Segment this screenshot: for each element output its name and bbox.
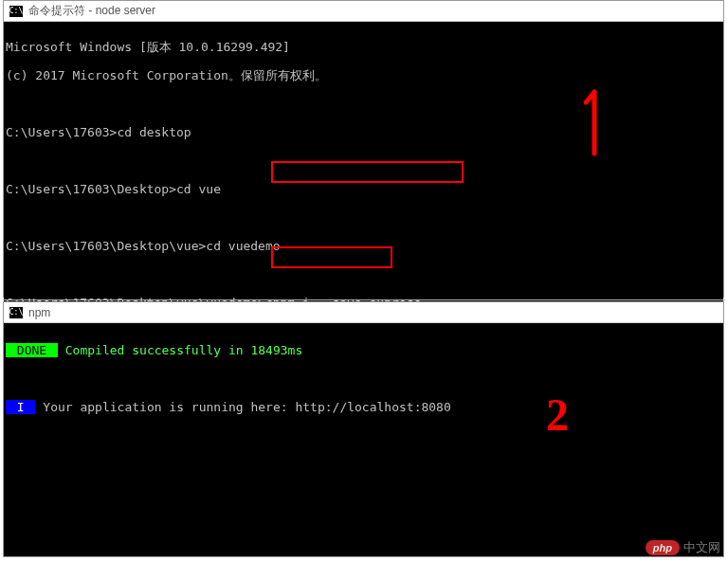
command: cd vuedemo xyxy=(206,239,280,253)
titlebar-2[interactable]: C:\ npm xyxy=(4,302,723,323)
done-msg: Compiled successfully in 18493ms xyxy=(58,343,302,357)
watermark-text: 中文网 xyxy=(683,539,720,556)
command: cd desktop xyxy=(117,125,191,139)
window-title-2: npm xyxy=(28,306,50,319)
php-logo: php xyxy=(646,540,680,555)
terminal-window-1: C:\ 命令提示符 - node server Microsoft Window… xyxy=(3,0,724,298)
prompt: C:\Users\17603\Desktop\vue> xyxy=(6,239,206,253)
term-line xyxy=(6,154,721,168)
watermark: php 中文网 xyxy=(646,539,720,556)
term-line: I Your application is running here: http… xyxy=(6,400,721,414)
titlebar-1[interactable]: C:\ 命令提示符 - node server xyxy=(4,1,723,22)
cmd-icon: C:\ xyxy=(9,307,23,318)
info-msg: Your application is running here: http:/… xyxy=(35,400,450,414)
term-line xyxy=(6,372,721,386)
term-line: DONE Compiled successfully in 18493ms xyxy=(6,343,721,357)
terminal-output-2[interactable]: DONE Compiled successfully in 18493ms I … xyxy=(4,323,723,446)
term-line: C:\Users\17603>cd desktop xyxy=(6,125,721,139)
info-badge: I xyxy=(6,400,35,414)
term-line xyxy=(6,97,721,111)
term-line: C:\Users\17603\Desktop\vue>cd vuedemo xyxy=(6,239,721,253)
window-separator xyxy=(3,299,725,300)
command: cd vue xyxy=(176,182,221,196)
term-line: (c) 2017 Microsoft Corporation。保留所有权利。 xyxy=(6,68,721,82)
term-line xyxy=(6,267,721,281)
cmd-icon: C:\ xyxy=(9,6,23,17)
term-line: C:\Users\17603\Desktop>cd vue xyxy=(6,182,721,196)
term-line xyxy=(6,210,721,225)
prompt: C:\Users\17603> xyxy=(6,125,117,139)
window-title-1: 命令提示符 - node server xyxy=(28,3,155,19)
terminal-window-2: C:\ npm DONE Compiled successfully in 18… xyxy=(3,301,724,557)
prompt: C:\Users\17603\Desktop> xyxy=(6,182,176,196)
term-line: Microsoft Windows [版本 10.0.16299.492] xyxy=(6,40,721,54)
done-badge: DONE xyxy=(6,343,58,357)
